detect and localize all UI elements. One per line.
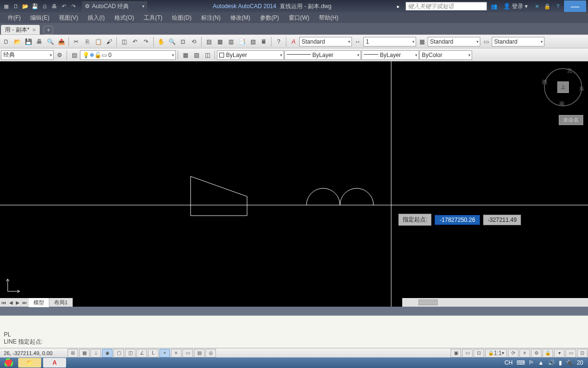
- ws-switch-icon[interactable]: ⚙: [531, 349, 542, 357]
- workspace-selector[interactable]: ⚙ AutoCAD 经典 ▾: [82, 1, 147, 12]
- linetype-select[interactable]: ByLayer▾: [284, 50, 361, 60]
- layer-prev-icon[interactable]: ◫: [202, 50, 213, 60]
- layer-iso-icon[interactable]: ▨: [191, 50, 202, 60]
- anno-scale[interactable]: 🔒 1:1▾: [485, 349, 507, 357]
- model-icon[interactable]: ▣: [451, 349, 461, 357]
- ducs-icon[interactable]: L: [148, 349, 158, 357]
- anno-vis-icon[interactable]: ⟳: [508, 349, 519, 357]
- start-button[interactable]: [0, 357, 17, 368]
- snap-icon[interactable]: ⊞: [68, 349, 78, 357]
- paste-icon[interactable]: 📋: [93, 36, 103, 47]
- horizontal-scrollbar[interactable]: [402, 298, 588, 307]
- menu-view[interactable]: 视图(V): [54, 13, 83, 23]
- iso-icon[interactable]: ▭: [565, 349, 576, 357]
- infocenter-icon[interactable]: 👥: [490, 2, 498, 11]
- save-icon[interactable]: 💾: [23, 36, 34, 47]
- ortho-icon[interactable]: ⊥: [90, 349, 101, 357]
- layout-tab-1[interactable]: 布局1: [49, 298, 73, 307]
- app-icon[interactable]: ▦: [2, 2, 11, 11]
- sheet-icon[interactable]: 📑: [237, 36, 247, 47]
- search-input[interactable]: 键入关键字或短语: [406, 2, 487, 11]
- qv-icon[interactable]: ⊡: [474, 349, 484, 357]
- pan-icon[interactable]: ✋: [156, 36, 166, 47]
- markup-icon[interactable]: ▧: [248, 36, 258, 47]
- workspace-select[interactable]: 经典▾: [1, 50, 54, 60]
- layout-last-icon[interactable]: ⏭: [21, 300, 29, 305]
- lineweight-select[interactable]: 1▾: [363, 37, 416, 46]
- menu-insert[interactable]: 插入(I): [83, 13, 109, 23]
- menu-format[interactable]: 格式(O): [110, 13, 139, 23]
- dynamic-input-x[interactable]: -17827250.26: [434, 215, 480, 225]
- menu-tools[interactable]: 工具(T): [139, 13, 167, 23]
- help-icon[interactable]: ?: [554, 2, 562, 11]
- menu-edit[interactable]: 编辑(E): [25, 13, 54, 23]
- plot-icon[interactable]: 🖶: [34, 36, 45, 47]
- search-arrow-icon[interactable]: ▸: [394, 2, 403, 11]
- clean-icon[interactable]: ⊡: [577, 349, 588, 357]
- osnap-icon[interactable]: ▢: [113, 349, 124, 357]
- lwt-icon[interactable]: ≡: [171, 349, 181, 357]
- menu-window[interactable]: 窗口(W): [284, 13, 314, 23]
- tpy-icon[interactable]: ▭: [182, 349, 193, 357]
- network-icon[interactable]: ▲: [538, 359, 544, 366]
- text-style-select[interactable]: Standard▾: [299, 37, 352, 46]
- table-style-icon[interactable]: ▦: [417, 36, 427, 47]
- layout-first-icon[interactable]: ⏮: [0, 300, 8, 305]
- dcenter-icon[interactable]: ▦: [215, 36, 225, 47]
- mleader-icon[interactable]: ▭: [481, 36, 491, 47]
- action-icon[interactable]: 🏳: [529, 359, 534, 366]
- open-icon[interactable]: 📂: [21, 2, 30, 11]
- menu-help[interactable]: 帮助(H): [314, 13, 343, 23]
- block-icon[interactable]: ◫: [119, 36, 129, 47]
- grid-icon[interactable]: ▦: [79, 349, 90, 357]
- menu-dimension[interactable]: 标注(N): [196, 13, 226, 23]
- menu-draw[interactable]: 绘图(D): [167, 13, 196, 23]
- layout-next-icon[interactable]: ▶: [14, 300, 21, 305]
- close-icon[interactable]: ✕: [32, 27, 36, 33]
- drawing-canvas[interactable]: 上 北 南 东 西 未命名 指定起点: -17827250.26 -327211…: [0, 61, 588, 307]
- dyn-input-icon[interactable]: +: [159, 349, 170, 357]
- copy-icon[interactable]: ⎘: [82, 36, 92, 47]
- lineweight-select2[interactable]: ByLayer▾: [362, 50, 419, 60]
- menu-modify[interactable]: 修改(M): [226, 13, 255, 23]
- menu-file[interactable]: 件(F): [3, 13, 25, 23]
- plotstyle-select[interactable]: ByColor▾: [419, 50, 472, 60]
- match-icon[interactable]: 🖌: [104, 36, 114, 47]
- layout-icon[interactable]: ▭: [462, 349, 473, 357]
- sc-icon[interactable]: ◎: [205, 349, 216, 357]
- layer-props-icon[interactable]: ▤: [69, 50, 79, 60]
- view-cube-top[interactable]: 上: [557, 81, 569, 93]
- help-icon[interactable]: ?: [273, 36, 284, 47]
- tpalette-icon[interactable]: ▥: [226, 36, 236, 47]
- zoom-prev-icon[interactable]: ⟲: [189, 36, 199, 47]
- open-icon[interactable]: 📂: [12, 36, 23, 47]
- view-cube[interactable]: 上 北 南 东 西: [544, 68, 582, 106]
- anno-auto-icon[interactable]: ≡: [520, 349, 530, 357]
- osnap3d-icon[interactable]: ◫: [125, 349, 136, 357]
- table-style-select[interactable]: Standard▾: [492, 37, 544, 46]
- saveas-icon[interactable]: ⎙: [40, 2, 49, 11]
- text-style-icon[interactable]: A: [288, 36, 299, 47]
- new-tab-button[interactable]: +: [44, 26, 53, 34]
- zoom-window-icon[interactable]: ⊡: [178, 36, 188, 47]
- new-icon[interactable]: 🗋: [1, 36, 11, 47]
- redo-icon[interactable]: ↷: [141, 36, 151, 47]
- minimize-button[interactable]: —: [564, 0, 586, 12]
- taskbar-autocad[interactable]: A: [43, 358, 66, 368]
- redo-icon[interactable]: ↷: [69, 2, 78, 11]
- new-icon[interactable]: 🗋: [11, 2, 20, 11]
- battery-icon[interactable]: ▮: [559, 359, 562, 366]
- taskbar-explorer[interactable]: 📁: [18, 358, 41, 368]
- undo-icon[interactable]: ↶: [59, 2, 68, 11]
- stay-connected-icon[interactable]: 🔒: [543, 2, 552, 11]
- publish-icon[interactable]: 📤: [56, 36, 67, 47]
- dim-style-icon[interactable]: ↔: [352, 36, 363, 47]
- ime-icon[interactable]: ⌨: [517, 359, 525, 366]
- hw-accel-icon[interactable]: ▾: [554, 349, 565, 357]
- login-button[interactable]: 👤 登录 ▾: [500, 1, 531, 12]
- ime-indicator[interactable]: CH: [504, 359, 512, 366]
- toolbar-lock-icon[interactable]: 🔒: [543, 349, 553, 357]
- clock[interactable]: 20: [577, 359, 583, 366]
- otrack-icon[interactable]: ∠: [136, 349, 147, 357]
- layout-tab-model[interactable]: 模型: [29, 298, 49, 307]
